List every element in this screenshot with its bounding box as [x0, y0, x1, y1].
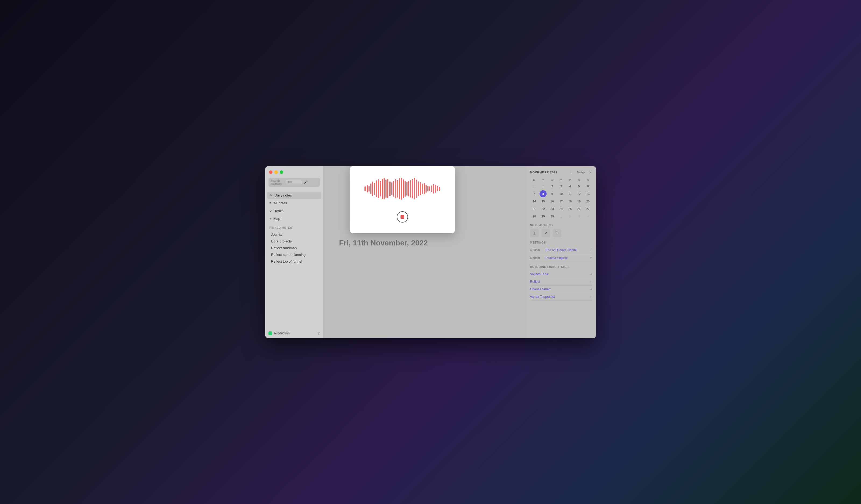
wave-bar: [431, 185, 432, 192]
cal-day-27[interactable]: 27: [585, 205, 591, 212]
nav-item-tasks[interactable]: ✓ Tasks: [267, 207, 322, 214]
pinned-label: PINNED NOTES: [270, 226, 319, 229]
traffic-lights: [269, 170, 320, 174]
meeting-item-2: 6:30pm Paloma singing! +: [530, 254, 592, 262]
wave-bar: [380, 181, 381, 196]
cal-day-25[interactable]: 25: [566, 205, 573, 212]
meetings-label: MEETINGS: [530, 241, 592, 244]
cal-day-14[interactable]: 14: [531, 198, 538, 205]
pinned-item-reflect-funnel[interactable]: Reflect top of funnel: [270, 258, 319, 265]
cal-day-2dec[interactable]: 2: [566, 213, 573, 220]
wave-bar: [372, 181, 373, 196]
cal-day-10[interactable]: 10: [558, 190, 564, 197]
nav-item-map[interactable]: ⌖ Map: [267, 215, 322, 223]
cal-day-21[interactable]: 21: [531, 205, 538, 212]
note-actions: ⌶ ↗ ⏱: [530, 229, 592, 237]
nav-item-all-notes[interactable]: ≡ All notes: [267, 199, 322, 207]
cal-day-30[interactable]: 30: [549, 213, 556, 220]
outgoing-arrow-icon-4: ↩: [589, 295, 592, 299]
pinned-item-reflect-sprint[interactable]: Reflect sprint planning: [270, 252, 319, 258]
search-bar[interactable]: Search anything... ⌘K 🎤: [269, 178, 320, 187]
wave-bar: [427, 186, 428, 192]
nav-label-daily-notes: Daily notes: [275, 193, 292, 197]
meeting-title-2[interactable]: Paloma singing!: [546, 256, 588, 260]
outgoing-arrow-icon-2: ↩: [589, 280, 592, 284]
calendar-next-button[interactable]: >: [588, 170, 592, 175]
nav-label-all-notes: All notes: [274, 201, 287, 205]
wave-bar: [369, 186, 370, 192]
cal-day-22[interactable]: 22: [539, 205, 547, 212]
close-button[interactable]: [269, 170, 272, 174]
all-notes-icon: ≡: [270, 201, 272, 205]
pinned-item-core-projects[interactable]: Core projects: [270, 238, 319, 244]
cal-day-5[interactable]: 5: [576, 183, 583, 190]
outgoing-link-charles[interactable]: Charles Smart: [530, 288, 588, 291]
meeting-time-1: 4:00pm: [530, 248, 544, 252]
cal-day-15[interactable]: 15: [539, 198, 547, 205]
wave-bar: [387, 179, 388, 198]
cal-day-7[interactable]: 7: [531, 190, 538, 197]
cal-day-31oct[interactable]: 31: [531, 183, 538, 190]
nav-item-daily-notes[interactable]: ✎ Daily notes: [267, 192, 322, 199]
outgoing-link-reflect[interactable]: Reflect: [530, 280, 588, 283]
cal-day-1dec[interactable]: 1: [558, 213, 564, 220]
outgoing-links-label: OUTGOING LINKS & TAGS: [530, 266, 592, 268]
calendar-prev-button[interactable]: <: [570, 170, 574, 175]
cal-day-13[interactable]: 13: [585, 190, 591, 197]
stop-recording-button[interactable]: [397, 211, 408, 223]
cal-day-4dec[interactable]: 4: [585, 213, 591, 220]
export-action-button[interactable]: ↗: [542, 229, 550, 237]
main-content: Fri, 11th November, 2022: [323, 166, 526, 338]
cal-day-23[interactable]: 23: [549, 205, 556, 212]
pinned-item-journal[interactable]: Journal: [270, 232, 319, 238]
outgoing-link-vojtech[interactable]: Vojtech Rinik: [530, 272, 588, 276]
cal-day-3[interactable]: 3: [558, 183, 564, 190]
search-kbd: ⌘K: [286, 180, 302, 184]
meeting-add-1[interactable]: +: [590, 248, 592, 252]
maximize-button[interactable]: [280, 170, 283, 174]
outgoing-link-vanda[interactable]: Vanda Taupradist: [530, 295, 588, 299]
meeting-add-2[interactable]: +: [590, 255, 592, 260]
cal-day-1[interactable]: 1: [539, 183, 547, 190]
wave-bar: [397, 180, 398, 198]
daily-notes-icon: ✎: [270, 193, 272, 197]
pinned-item-reflect-roadmap[interactable]: Reflect roadmap: [270, 245, 319, 251]
help-icon[interactable]: ?: [318, 331, 320, 335]
cal-day-26[interactable]: 26: [576, 205, 583, 212]
wave-bar: [435, 185, 436, 193]
calendar-today-button[interactable]: Today: [575, 170, 586, 174]
cal-day-11[interactable]: 11: [566, 190, 573, 197]
cal-header-fri: F: [566, 178, 574, 182]
workspace-color-dot: [269, 332, 272, 335]
reminder-action-button[interactable]: ⏱: [553, 229, 561, 237]
stop-icon: [400, 215, 404, 219]
cal-day-19[interactable]: 19: [576, 198, 583, 205]
wave-bar: [395, 179, 396, 198]
pin-action-button[interactable]: ⌶: [530, 229, 539, 237]
minimize-button[interactable]: [274, 170, 278, 174]
sidebar-footer: Production ?: [265, 328, 323, 338]
cal-day-8-today[interactable]: 8: [539, 190, 547, 197]
meeting-title-1[interactable]: End of Quarter Clearbi...: [546, 248, 588, 252]
cal-day-12[interactable]: 12: [576, 190, 583, 197]
cal-day-24[interactable]: 24: [558, 205, 564, 212]
cal-day-28[interactable]: 28: [531, 213, 538, 220]
app-window: Search anything... ⌘K 🎤 ✎ Daily notes ≡ …: [265, 166, 596, 338]
wave-bar: [385, 180, 386, 198]
cal-day-18[interactable]: 18: [566, 198, 573, 205]
sidebar: Search anything... ⌘K 🎤 ✎ Daily notes ≡ …: [265, 166, 323, 338]
cal-day-2[interactable]: 2: [549, 183, 556, 190]
cal-day-6[interactable]: 6: [585, 183, 591, 190]
wave-bar: [424, 183, 425, 194]
cal-day-3dec[interactable]: 3: [576, 213, 583, 220]
cal-header-tue: T: [539, 178, 547, 182]
cal-day-9[interactable]: 9: [549, 190, 556, 197]
microphone-icon[interactable]: 🎤: [304, 180, 317, 184]
cal-day-29[interactable]: 29: [539, 213, 547, 220]
wave-bar: [408, 181, 409, 196]
cal-day-20[interactable]: 20: [585, 198, 591, 205]
cal-day-17[interactable]: 17: [558, 198, 564, 205]
map-icon: ⌖: [270, 216, 271, 221]
cal-day-4[interactable]: 4: [566, 183, 573, 190]
cal-day-16[interactable]: 16: [549, 198, 556, 205]
